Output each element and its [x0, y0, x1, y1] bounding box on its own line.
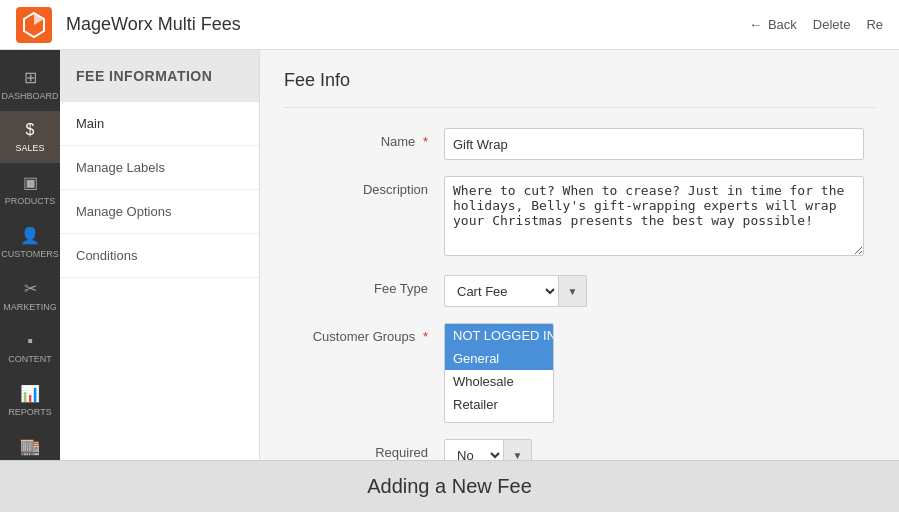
fee-sidebar: FEE INFORMATION Main Manage Labels Manag… [60, 50, 260, 460]
content-icon: ▪ [27, 332, 33, 350]
reports-icon: 📊 [20, 384, 40, 403]
fee-sidebar-item-conditions[interactable]: Conditions [60, 234, 259, 278]
top-bar-actions: ← Back Delete Re [749, 17, 883, 32]
divider [284, 107, 875, 108]
sidebar-item-label: SALES [15, 143, 44, 153]
main-layout: ⊞ DASHBOARD $ SALES ▣ PRODUCTS 👤 CUSTOME… [0, 50, 899, 460]
customer-groups-row: Customer Groups * NOT LOGGED IN General … [284, 323, 875, 423]
fee-type-arrow-button[interactable]: ▼ [559, 275, 587, 307]
back-arrow-icon: ← [749, 17, 762, 32]
sales-icon: $ [26, 121, 35, 139]
dashboard-icon: ⊞ [24, 68, 37, 87]
sidebar-item-label: CUSTOMERS [1, 249, 58, 259]
required-label: Required [284, 439, 444, 460]
stores-icon: 🏬 [20, 437, 40, 456]
description-control: Where to cut? When to crease? Just in ti… [444, 176, 864, 259]
bottom-bar-text: Adding a New Fee [367, 475, 532, 498]
app-logo [16, 7, 52, 43]
fee-type-label: Fee Type [284, 275, 444, 296]
description-row: Description Where to cut? When to crease… [284, 176, 875, 259]
app-title: MageWorx Multi Fees [66, 14, 749, 35]
sidebar-item-sales[interactable]: $ SALES [0, 111, 60, 163]
content-area: Fee Info Name * Description Where to cut… [260, 50, 899, 460]
customer-groups-select[interactable]: NOT LOGGED IN General Wholesale Retailer [444, 323, 554, 423]
sidebar-item-label: PRODUCTS [5, 196, 56, 206]
sidebar-item-content[interactable]: ▪ CONTENT [0, 322, 60, 374]
fee-type-control: Cart Fee Product Fee Shipping Fee ▼ [444, 275, 864, 307]
required-arrow-button[interactable]: ▼ [504, 439, 532, 460]
re-button[interactable]: Re [866, 17, 883, 32]
sidebar-item-label: CONTENT [8, 354, 52, 364]
required-star-groups: * [423, 329, 428, 344]
fee-sidebar-header: FEE INFORMATION [60, 50, 259, 102]
sidebar-item-dashboard[interactable]: ⊞ DASHBOARD [0, 58, 60, 111]
sidebar-item-products[interactable]: ▣ PRODUCTS [0, 163, 60, 216]
sidebar-item-stores[interactable]: 🏬 STORES [0, 427, 60, 460]
fee-type-row: Fee Type Cart Fee Product Fee Shipping F… [284, 275, 875, 307]
fee-sidebar-item-manage-labels[interactable]: Manage Labels [60, 146, 259, 190]
sidebar-item-marketing[interactable]: ✂ MARKETING [0, 269, 60, 322]
magento-logo-icon [20, 11, 48, 39]
fee-sidebar-item-manage-options[interactable]: Manage Options [60, 190, 259, 234]
required-star: * [423, 134, 428, 149]
required-control: No Yes ▼ Note: if the "Required" field i… [444, 439, 864, 460]
svg-marker-1 [34, 13, 44, 25]
delete-button[interactable]: Delete [813, 17, 851, 32]
required-row: Required No Yes ▼ Note: if the "Required… [284, 439, 875, 460]
sidebar-item-label: REPORTS [8, 407, 51, 417]
bottom-bar: Adding a New Fee [0, 460, 899, 512]
name-label: Name * [284, 128, 444, 149]
fee-type-select-group: Cart Fee Product Fee Shipping Fee ▼ [444, 275, 864, 307]
marketing-icon: ✂ [24, 279, 37, 298]
description-label: Description [284, 176, 444, 197]
sidebar-item-reports[interactable]: 📊 REPORTS [0, 374, 60, 427]
sidebar-nav: ⊞ DASHBOARD $ SALES ▣ PRODUCTS 👤 CUSTOME… [0, 50, 60, 460]
products-icon: ▣ [23, 173, 38, 192]
top-bar: MageWorx Multi Fees ← Back Delete Re [0, 0, 899, 50]
required-select[interactable]: No Yes [444, 439, 504, 460]
name-input[interactable] [444, 128, 864, 160]
name-control [444, 128, 864, 160]
sidebar-item-label: MARKETING [3, 302, 57, 312]
fee-sidebar-item-main[interactable]: Main [60, 102, 259, 146]
customers-icon: 👤 [20, 226, 40, 245]
customer-groups-control: NOT LOGGED IN General Wholesale Retailer [444, 323, 864, 423]
name-row: Name * [284, 128, 875, 160]
required-select-group: No Yes ▼ [444, 439, 864, 460]
fee-type-select[interactable]: Cart Fee Product Fee Shipping Fee [444, 275, 559, 307]
back-button[interactable]: ← Back [749, 17, 797, 32]
customer-groups-label: Customer Groups * [284, 323, 444, 344]
page-title: Fee Info [284, 70, 875, 91]
sidebar-item-label: DASHBOARD [2, 91, 59, 101]
description-textarea[interactable]: Where to cut? When to crease? Just in ti… [444, 176, 864, 256]
sidebar-item-customers[interactable]: 👤 CUSTOMERS [0, 216, 60, 269]
